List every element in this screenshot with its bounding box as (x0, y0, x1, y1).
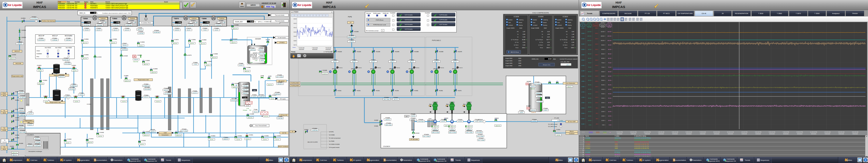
svg-text:75.0 K: 75.0 K (254, 111, 258, 113)
svg-text:PT2308: PT2308 (349, 35, 354, 36)
svg-text:1.600: 1.600 (582, 86, 585, 87)
svg-text:14.88 bar: 14.88 bar (154, 31, 159, 33)
svg-text:3.8 K: 3.8 K (520, 112, 523, 113)
svg-text:From Subcooler: From Subcooler (566, 83, 575, 84)
svg-text:Regeneration skid: Regeneration skid (138, 79, 149, 80)
svg-text:4/28/2025: 4/28/2025 (645, 133, 650, 135)
svg-text:CV3415: CV3415 (89, 138, 93, 139)
svg-text:59.80: 59.80 (293, 40, 297, 42)
svg-text:39.0 K: 39.0 K (134, 59, 138, 60)
svg-text:72.8 K: 72.8 K (80, 94, 84, 96)
svg-text:50.00: 50.00 (608, 84, 611, 85)
svg-text:0.0 %: 0.0 % (254, 58, 257, 59)
svg-text:11:00:00 PM: 11:00:00 PM (810, 131, 817, 133)
svg-text:CV3549: CV3549 (140, 42, 145, 43)
svg-text:TT3486: TT3486 (254, 109, 257, 110)
svg-text:4/29/2025: 4/29/2025 (755, 133, 761, 135)
svg-text:110.00: 110.00 (601, 31, 604, 32)
svg-text:Rotating: Rotating (543, 25, 547, 26)
svg-text:TSH2360: TSH2360 (440, 67, 444, 69)
svg-text:PT2301: PT2301 (384, 97, 389, 98)
svg-text:-28.4: -28.4 (566, 64, 569, 65)
svg-text:VLP1 Enable: VLP1 Enable (405, 14, 413, 16)
svg-text:PT4546: PT4546 (138, 31, 143, 32)
svg-text:2200: 2200 (595, 70, 598, 72)
svg-text:1.31 bar: 1.31 bar (278, 117, 283, 119)
svg-text:TT3204: TT3204 (532, 119, 537, 120)
svg-text:Nmax: Nmax (516, 47, 519, 48)
svg-text:TT3530: TT3530 (84, 28, 89, 29)
svg-text:14.396 bar: 14.396 bar (174, 24, 181, 26)
svg-text:Turbines: Turbines (191, 18, 196, 19)
svg-text:VP2350: VP2350 (409, 68, 413, 70)
svg-text:10.1 K: 10.1 K (125, 29, 129, 31)
svg-text:9:00:00 PM: 9:00:00 PM (797, 131, 803, 133)
svg-text:19.1 K: 19.1 K (164, 89, 168, 91)
svg-text:TT2322: TT2322 (352, 59, 356, 60)
svg-text:AMI: AMI (546, 97, 549, 99)
svg-text:CV3590: CV3590 (202, 39, 207, 40)
svg-text:PT4520: PT4520 (64, 57, 68, 59)
svg-text:PT4380: PT4380 (243, 83, 247, 85)
svg-text:2.800: 2.800 (582, 54, 585, 55)
svg-text:recovery: recovery (2, 141, 7, 143)
svg-text:0.0 %: 0.0 % (139, 45, 143, 47)
svg-text:45.00: 45.00 (601, 89, 604, 90)
svg-text:Levitated: Levitated (557, 25, 562, 26)
svg-text:PT4530: PT4530 (84, 23, 89, 24)
svg-text:1.688 bar: 1.688 bar (71, 85, 77, 87)
svg-text:EH5301: EH5301 (253, 52, 258, 54)
svg-text:XV4299: XV4299 (374, 119, 378, 121)
svg-text:3000: 3000 (595, 49, 598, 50)
svg-text:FDT4380: FDT4380 (231, 98, 237, 99)
svg-text:TT3049: TT3049 (28, 123, 32, 124)
svg-text:PT4550: PT4550 (114, 23, 118, 24)
svg-text:PT4550: PT4550 (144, 83, 148, 85)
svg-text:CV3269: CV3269 (235, 83, 239, 84)
svg-text:PT4210: PT4210 (479, 138, 484, 139)
svg-text:0.0 %: 0.0 % (323, 73, 327, 74)
svg-text:XV2321: XV2321 (356, 90, 361, 91)
svg-text:%: % (550, 39, 552, 40)
svg-text:WCS Buffer: WCS Buffer (65, 35, 72, 36)
svg-text:1800: 1800 (595, 81, 598, 82)
svg-text:CV3301: CV3301 (556, 129, 560, 130)
svg-text:PT4375: PT4375 (188, 23, 193, 24)
svg-text:To PVPS: To PVPS (329, 131, 334, 133)
svg-text:Enabled: Enabled (508, 19, 513, 21)
svg-text:A3510: A3510 (55, 94, 59, 96)
svg-text:FDT5300: FDT5300 (259, 51, 265, 53)
svg-text:0.0 %: 0.0 % (271, 98, 274, 100)
svg-text:% bis: % bis (601, 25, 604, 26)
svg-text:0.44: 0.44 (547, 36, 550, 38)
svg-text:0.19: 0.19 (523, 42, 525, 43)
svg-text:5:00:00 AM: 5:00:00 AM (686, 131, 692, 133)
svg-text:XV2309: XV2309 (354, 31, 359, 32)
svg-text:0.0 %: 0.0 % (246, 105, 249, 106)
svg-text:EV4309: EV4309 (19, 143, 23, 144)
svg-text:25.00: 25.00 (548, 58, 552, 60)
svg-text:TT3510: TT3510 (65, 94, 70, 96)
svg-text:TT3490: TT3490 (214, 28, 219, 29)
svg-text:20.00: 20.00 (601, 111, 604, 112)
svg-text:To He guard vessels: To He guard vessels (329, 147, 339, 148)
svg-text:1.800: 1.800 (582, 81, 585, 82)
svg-text:80.00: 80.00 (608, 58, 611, 59)
svg-text:TT5300: TT5300 (260, 58, 265, 59)
svg-text:TT2352: TT2352 (409, 59, 414, 60)
svg-text:55.00: 55.00 (608, 80, 611, 81)
svg-text:0.0 %: 0.0 % (73, 70, 76, 72)
svg-text:0 W: 0 W (255, 60, 257, 61)
svg-text:Nr: Nr (517, 34, 519, 35)
svg-text:95.00: 95.00 (601, 44, 604, 46)
svg-text:800: 800 (596, 107, 598, 109)
svg-text:7:00:00 PM: 7:00:00 PM (782, 131, 789, 133)
svg-text:100.0 %: 100.0 % (38, 83, 43, 85)
svg-text:40.00: 40.00 (601, 93, 604, 94)
svg-text:15.00: 15.00 (608, 115, 611, 117)
svg-text:3.600: 3.600 (582, 33, 585, 34)
svg-text:M Enable: M Enable (248, 62, 253, 63)
svg-text:PT4559: PT4559 (165, 91, 170, 92)
svg-text:Return cooldown: Return cooldown (278, 146, 288, 147)
svg-text:Hz: Hz (223, 22, 225, 23)
